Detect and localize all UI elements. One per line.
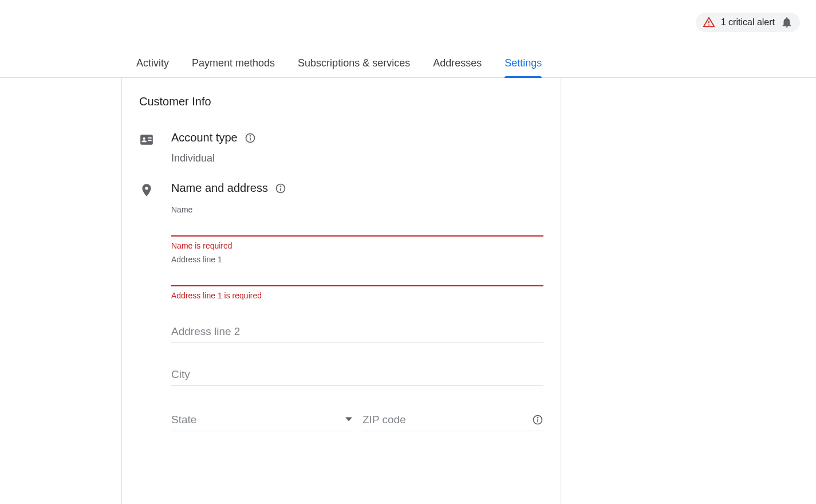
name-field-wrapper: Name Name is required [171, 205, 543, 250]
tab-payment-methods[interactable]: Payment methods [192, 52, 275, 77]
id-card-icon [139, 131, 171, 147]
name-input[interactable] [171, 215, 543, 237]
name-label: Name [171, 205, 543, 214]
addr1-input[interactable] [171, 265, 543, 286]
name-error: Name is required [171, 241, 543, 250]
warning-icon [703, 16, 715, 29]
addr1-error: Address line 1 is required [171, 291, 543, 300]
addr1-field-wrapper: Address line 1 Address line 1 is require… [171, 255, 543, 300]
location-icon [139, 182, 171, 198]
info-icon[interactable] [532, 414, 543, 426]
tab-settings[interactable]: Settings [504, 52, 542, 77]
bell-icon[interactable] [780, 16, 793, 29]
state-select[interactable]: State [171, 408, 352, 431]
svg-point-4 [250, 135, 251, 136]
tab-activity[interactable]: Activity [136, 52, 169, 77]
svg-point-1 [708, 24, 709, 25]
panel-title: Customer Info [139, 95, 543, 108]
zip-field-wrapper [362, 408, 543, 431]
tab-addresses[interactable]: Addresses [433, 52, 482, 77]
info-icon[interactable] [245, 132, 256, 144]
addr2-field-wrapper [171, 320, 543, 343]
svg-point-10 [537, 417, 538, 418]
critical-alert-chip[interactable]: 1 critical alert [696, 13, 800, 32]
account-type-row: Account type Individual [139, 131, 543, 164]
chevron-down-icon [345, 415, 352, 425]
city-field-wrapper [171, 363, 543, 386]
addr1-label: Address line 1 [171, 255, 543, 264]
name-address-label: Name and address [171, 182, 268, 195]
tab-subscriptions[interactable]: Subscriptions & services [298, 52, 410, 77]
city-input[interactable] [171, 363, 543, 386]
name-address-row: Name and address Name Name is required A… [139, 182, 543, 431]
addr2-input[interactable] [171, 320, 543, 343]
info-icon[interactable] [275, 183, 286, 194]
account-type-value: Individual [171, 152, 543, 164]
svg-point-7 [280, 186, 281, 187]
settings-panel: Customer Info Account type Individual Na… [121, 78, 561, 504]
account-type-label: Account type [171, 131, 238, 144]
tabs-bar: Activity Payment methods Subscriptions &… [0, 52, 816, 78]
alert-text: 1 critical alert [721, 17, 775, 27]
state-placeholder: State [171, 414, 196, 426]
zip-input[interactable] [362, 414, 527, 426]
